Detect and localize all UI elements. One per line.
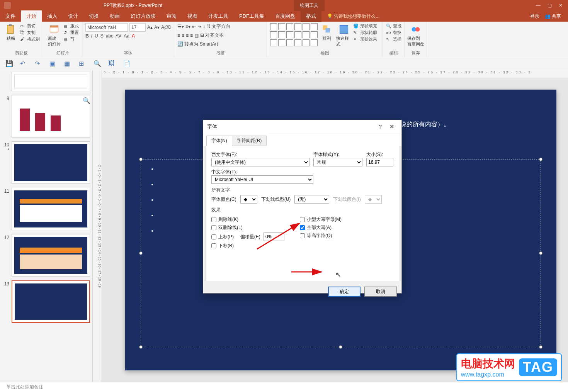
asian-font-select[interactable]: Microsoft YaHei UI bbox=[211, 175, 313, 184]
latin-font-select[interactable]: (使用中文字体) bbox=[211, 158, 310, 166]
shape-effects-button[interactable]: ✦形状效果 bbox=[353, 36, 377, 42]
window-minimize-icon[interactable]: — bbox=[536, 3, 541, 8]
align-center-button[interactable]: ≡ bbox=[182, 33, 184, 38]
align-left-button[interactable]: ≡ bbox=[177, 33, 180, 38]
dialog-tab-spacing[interactable]: 字符间距(R) bbox=[232, 136, 267, 146]
shapes-gallery[interactable] bbox=[270, 23, 318, 46]
dialog-tab-font[interactable]: 字体(N) bbox=[206, 136, 232, 146]
underline-style-select[interactable]: (无) bbox=[294, 195, 329, 204]
line-spacing-button[interactable]: ↕ bbox=[203, 24, 205, 29]
qat-icon[interactable]: 📄 bbox=[123, 60, 131, 68]
numbering-button[interactable]: ≡▾ bbox=[185, 24, 190, 29]
italic-button[interactable]: I bbox=[91, 33, 92, 39]
superscript-checkbox[interactable]: 上标(P) 偏移量(E): bbox=[211, 232, 284, 241]
qat-icon[interactable]: ▦ bbox=[64, 60, 72, 68]
align-justify-button[interactable]: ≡ bbox=[190, 33, 193, 38]
tab-slideshow[interactable]: 幻灯片放映 bbox=[125, 10, 161, 22]
bullets-button[interactable]: ☰▾ bbox=[177, 24, 184, 29]
font-size-combo[interactable]: 17 bbox=[129, 23, 146, 32]
tab-transitions[interactable]: 切换 bbox=[83, 10, 104, 22]
font-name-combo[interactable]: Microsoft YaH bbox=[85, 23, 128, 32]
resize-handle[interactable] bbox=[539, 158, 542, 161]
increase-font-icon[interactable]: A▴ bbox=[147, 25, 153, 30]
clear-format-icon[interactable]: A⌫ bbox=[161, 25, 171, 30]
smallcaps-checkbox[interactable]: 小型大写字母(M) bbox=[300, 216, 342, 223]
new-slide-button[interactable]: 新建 幻灯片 bbox=[46, 23, 62, 47]
underline-button[interactable]: U bbox=[95, 33, 98, 39]
cut-button[interactable]: ✂剪切 bbox=[20, 23, 40, 29]
shape-icon[interactable] bbox=[278, 23, 285, 30]
arrange-button[interactable]: 排列 bbox=[319, 23, 335, 41]
tab-developer[interactable]: 开发工具 bbox=[203, 10, 234, 22]
shape-fill-button[interactable]: 🪣形状填充 bbox=[353, 23, 377, 29]
tab-file[interactable]: 文件 bbox=[0, 10, 21, 22]
tab-design[interactable]: 设计 bbox=[63, 10, 83, 22]
autosave-icon[interactable] bbox=[4, 2, 11, 9]
shape-icon[interactable] bbox=[278, 39, 285, 46]
layout-button[interactable]: ▦版式 bbox=[63, 23, 79, 29]
section-button[interactable]: ▤节 bbox=[63, 36, 79, 42]
shape-icon[interactable] bbox=[303, 23, 310, 30]
shape-icon[interactable] bbox=[286, 23, 293, 30]
find-button[interactable]: 🔍查找 bbox=[386, 23, 401, 29]
slide-thumb[interactable]: 11 bbox=[2, 188, 90, 230]
allcaps-checkbox[interactable]: 全部大写(A) bbox=[300, 224, 342, 231]
font-style-select[interactable]: 常规 bbox=[313, 158, 362, 166]
shadow-button[interactable]: abc bbox=[106, 33, 113, 39]
slide-thumb[interactable]: 9 🔍 bbox=[2, 95, 90, 137]
columns-button[interactable]: ▥ bbox=[194, 33, 199, 38]
strike-button[interactable]: S bbox=[100, 33, 104, 39]
reset-button[interactable]: ↺重置 bbox=[63, 30, 79, 36]
shape-icon[interactable] bbox=[303, 31, 310, 38]
shape-icon[interactable] bbox=[278, 31, 285, 38]
slide-thumb[interactable]: 12 bbox=[2, 234, 90, 277]
save-icon[interactable]: 💾 bbox=[5, 60, 13, 68]
font-color-picker[interactable]: ◆ bbox=[240, 195, 257, 204]
paste-button[interactable]: 粘贴 bbox=[3, 23, 19, 41]
offset-input[interactable] bbox=[264, 232, 284, 241]
dialog-titlebar[interactable]: 字体 ? ✕ bbox=[203, 120, 401, 133]
window-close-icon[interactable]: ✕ bbox=[559, 3, 563, 8]
resize-handle[interactable] bbox=[539, 345, 542, 349]
indent-inc-button[interactable]: ⇥ bbox=[197, 24, 201, 29]
format-painter-button[interactable]: 🖌格式刷 bbox=[20, 36, 40, 42]
resize-handle[interactable] bbox=[139, 158, 143, 161]
font-color-button[interactable]: A bbox=[132, 33, 135, 39]
zoom-icon[interactable]: 🔍 bbox=[83, 97, 88, 102]
qat-icon[interactable]: 🔍 bbox=[94, 60, 101, 68]
tab-format[interactable]: 格式 bbox=[301, 10, 321, 22]
share-button[interactable]: 👥 共享 bbox=[545, 13, 561, 20]
shape-icon[interactable] bbox=[311, 39, 318, 46]
qat-icon[interactable]: ⊞ bbox=[79, 60, 87, 68]
redo-icon[interactable]: ↷ bbox=[35, 60, 43, 68]
replace-button[interactable]: ab替换 bbox=[386, 30, 401, 36]
shape-icon[interactable] bbox=[294, 31, 301, 38]
text-direction-button[interactable]: ⇅ 文字方向 bbox=[207, 23, 230, 30]
cancel-button[interactable]: 取消 bbox=[364, 287, 397, 297]
tab-view[interactable]: 视图 bbox=[182, 10, 203, 22]
indent-dec-button[interactable]: ⇤ bbox=[192, 24, 196, 29]
shape-outline-button[interactable]: ✎形状轮廓 bbox=[353, 30, 377, 36]
shape-icon[interactable] bbox=[303, 39, 310, 46]
slide-thumb[interactable] bbox=[2, 72, 90, 91]
subscript-checkbox[interactable]: 下标(B) bbox=[211, 243, 284, 249]
login-link[interactable]: 登录 bbox=[530, 13, 539, 20]
align-right-button[interactable]: ≡ bbox=[186, 33, 189, 38]
tab-pdf[interactable]: PDF工具集 bbox=[234, 10, 270, 22]
smartart-button[interactable]: 🔄 转换为 SmartArt bbox=[177, 41, 218, 48]
tab-insert[interactable]: 插入 bbox=[42, 10, 63, 22]
shape-icon[interactable] bbox=[270, 39, 277, 46]
window-restore-icon[interactable]: ▢ bbox=[548, 3, 552, 8]
spacing-button[interactable]: AV bbox=[116, 33, 121, 39]
dialog-close-icon[interactable]: ✕ bbox=[386, 123, 398, 130]
equalize-checkbox[interactable]: 等高字符(Q) bbox=[300, 232, 342, 239]
ok-button[interactable]: 确定 bbox=[328, 287, 361, 297]
shape-icon[interactable] bbox=[286, 39, 293, 46]
shape-icon[interactable] bbox=[294, 23, 301, 30]
quick-styles-button[interactable]: 快速样式 bbox=[336, 23, 352, 47]
qat-icon[interactable]: ▣ bbox=[49, 60, 57, 68]
shape-icon[interactable] bbox=[286, 31, 293, 38]
tab-home[interactable]: 开始 bbox=[21, 10, 42, 22]
double-strike-checkbox[interactable]: 双删除线(L) bbox=[211, 224, 284, 231]
qat-icon[interactable]: 🖼 bbox=[108, 60, 116, 68]
